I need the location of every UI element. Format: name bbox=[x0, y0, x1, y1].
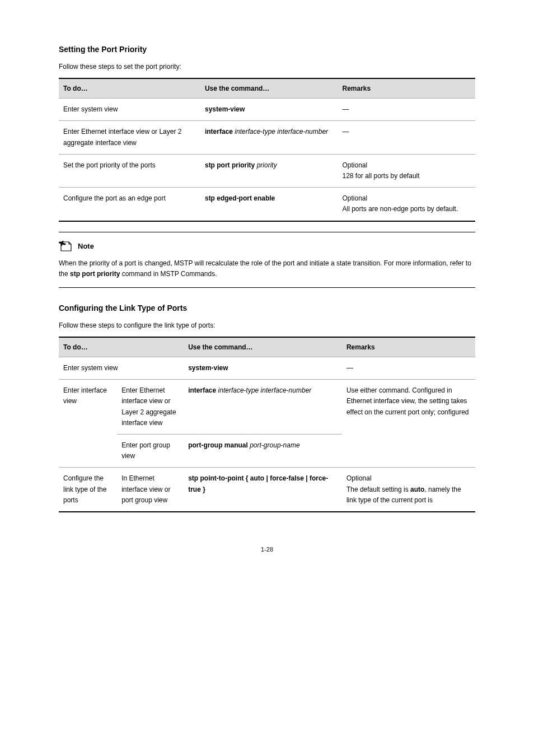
cell: — bbox=[338, 99, 475, 121]
table-row: Enter interface view Enter Ethernet inte… bbox=[59, 380, 475, 435]
cell: Configure the port as an edge port bbox=[59, 188, 200, 221]
table-link-type: To do… Use the command… Remarks Enter sy… bbox=[59, 337, 475, 512]
table-header-row: To do… Use the command… Remarks bbox=[59, 78, 475, 99]
intro-text-1: Follow these steps to set the port prior… bbox=[59, 62, 475, 72]
intro-text-2: Follow these steps to configure the link… bbox=[59, 320, 475, 331]
cell: stp edged-port enable bbox=[200, 188, 338, 221]
note-block: Note When the priority of a port is chan… bbox=[59, 232, 475, 288]
col-header: To do… bbox=[59, 337, 184, 357]
cell: Configure the link type of the ports bbox=[59, 468, 117, 512]
cell: — bbox=[338, 121, 475, 154]
cell: stp port priority priority bbox=[200, 154, 338, 187]
cell: Optional All ports are non-edge ports by… bbox=[338, 188, 475, 221]
cell: Enter port group view bbox=[117, 435, 184, 468]
table-row: Enter system view system-view — bbox=[59, 357, 475, 380]
cell: interface interface-type interface-numbe… bbox=[184, 380, 342, 435]
cell: In Ethernet interface view or port group… bbox=[117, 468, 184, 512]
cell: Optional The default setting is auto, na… bbox=[342, 468, 475, 512]
cell: — bbox=[342, 357, 475, 380]
section-heading-port-priority: Setting the Port Priority bbox=[59, 45, 475, 54]
cell: interface interface-type interface-numbe… bbox=[200, 121, 338, 154]
col-header: Remarks bbox=[342, 337, 475, 357]
table-row: Enter system view system-view — bbox=[59, 99, 475, 121]
table-row: Enter Ethernet interface view or Layer 2… bbox=[59, 121, 475, 154]
table-row: Set the port priority of the ports stp p… bbox=[59, 154, 475, 187]
cell: Use either command. Configured in Ethern… bbox=[342, 380, 475, 468]
table-header-row: To do… Use the command… Remarks bbox=[59, 337, 475, 357]
cell: port-group manual port-group-name bbox=[184, 435, 342, 468]
table-row: Configure the port as an edge port stp e… bbox=[59, 188, 475, 221]
cell: Enter interface view bbox=[59, 380, 117, 468]
page-number: 1-28 bbox=[59, 546, 475, 553]
table-row: Configure the link type of the ports In … bbox=[59, 468, 475, 512]
col-header: To do… bbox=[59, 78, 200, 99]
cell: system-view bbox=[200, 99, 338, 121]
cell: Set the port priority of the ports bbox=[59, 154, 200, 187]
note-label: Note bbox=[78, 242, 94, 250]
section-heading-link-type: Configuring the Link Type of Ports bbox=[59, 304, 475, 312]
col-header: Use the command… bbox=[200, 78, 338, 99]
col-header: Remarks bbox=[338, 78, 475, 99]
cell: Enter system view bbox=[59, 357, 184, 380]
note-body: When the priority of a port is changed, … bbox=[59, 258, 475, 279]
table-port-priority: To do… Use the command… Remarks Enter sy… bbox=[59, 78, 475, 221]
note-header: Note bbox=[59, 240, 475, 253]
cell: stp point-to-point { auto | force-false … bbox=[184, 468, 342, 512]
cell: Enter Ethernet interface view or Layer 2… bbox=[117, 380, 184, 435]
col-header: Use the command… bbox=[184, 337, 342, 357]
cell: Enter Ethernet interface view or Layer 2… bbox=[59, 121, 200, 154]
cell: system-view bbox=[184, 357, 342, 380]
note-icon bbox=[59, 240, 74, 253]
cell: Enter system view bbox=[59, 99, 200, 121]
cell: Optional 128 for all ports by default bbox=[338, 154, 475, 187]
